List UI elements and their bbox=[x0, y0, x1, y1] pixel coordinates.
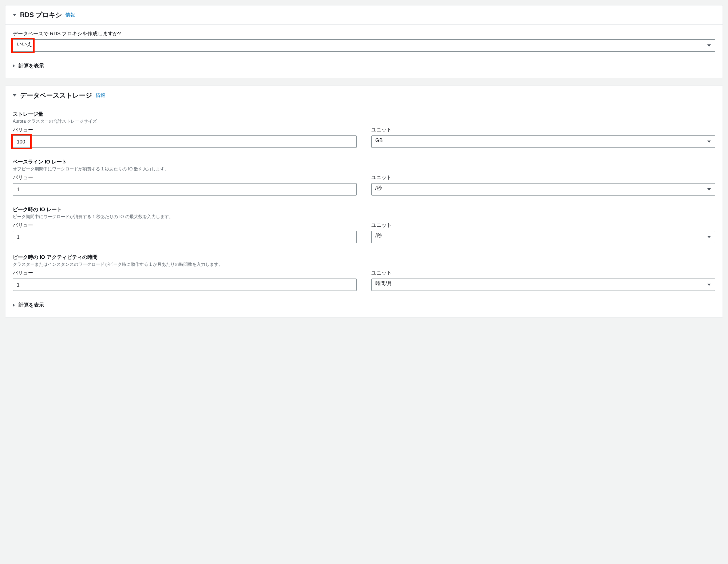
peak-io-unit-label: ユニット bbox=[371, 222, 715, 229]
baseline-io-unit-label: ユニット bbox=[371, 174, 715, 181]
rds-proxy-select[interactable]: いいえ bbox=[13, 39, 715, 52]
peak-duration-input[interactable] bbox=[13, 279, 357, 291]
storage-amount-unit-select[interactable]: GB bbox=[371, 135, 715, 148]
peak-duration-desc: クラスターまたはインスタンスのワークロードがピーク時に動作する 1 か月あたりの… bbox=[13, 261, 715, 268]
rds-proxy-panel: RDS プロキシ 情報 データベースで RDS プロキシを作成しますか? いいえ… bbox=[5, 5, 723, 78]
baseline-io-heading: ベースライン IO レート bbox=[13, 159, 67, 165]
show-calc-label: 計算を表示 bbox=[19, 302, 44, 308]
storage-amount-unit-label: ユニット bbox=[371, 127, 715, 133]
db-storage-header-toggle[interactable]: データベースストレージ 情報 bbox=[5, 86, 723, 105]
baseline-io-unit-select[interactable]: /秒 bbox=[371, 183, 715, 196]
storage-amount-input[interactable] bbox=[13, 135, 357, 148]
peak-duration-unit-label: ユニット bbox=[371, 270, 715, 276]
show-calc-label: 計算を表示 bbox=[19, 63, 44, 69]
storage-amount-section: ストレージ量 Aurora クラスターの合計ストレージサイズ バリュー ユニット… bbox=[13, 111, 715, 148]
peak-duration-value-label: バリュー bbox=[13, 270, 357, 276]
peak-duration-unit-select[interactable]: 時間/月 bbox=[371, 279, 715, 291]
chevron-right-icon bbox=[13, 303, 15, 307]
rds-proxy-question-label: データベースで RDS プロキシを作成しますか? bbox=[13, 31, 715, 37]
peak-io-desc: ピーク期間中にワークロードが消費する 1 秒あたりの IO の最大数を入力します… bbox=[13, 214, 715, 220]
baseline-io-input[interactable] bbox=[13, 183, 357, 196]
storage-amount-heading: ストレージ量 bbox=[13, 111, 43, 117]
peak-io-input[interactable] bbox=[13, 231, 357, 243]
peak-duration-heading: ピーク時の IO アクティビティの時間 bbox=[13, 254, 98, 260]
baseline-io-value-label: バリュー bbox=[13, 174, 357, 181]
baseline-io-section: ベースライン IO レート オフピーク期間中にワークロードが消費する 1 秒あた… bbox=[13, 159, 715, 196]
rds-proxy-info-link[interactable]: 情報 bbox=[66, 12, 75, 18]
chevron-down-icon bbox=[13, 94, 16, 96]
db-storage-show-calc-toggle[interactable]: 計算を表示 bbox=[13, 302, 715, 308]
peak-duration-section: ピーク時の IO アクティビティの時間 クラスターまたはインスタンスのワークロー… bbox=[13, 254, 715, 291]
rds-proxy-show-calc-toggle[interactable]: 計算を表示 bbox=[13, 63, 715, 69]
rds-proxy-title: RDS プロキシ bbox=[20, 11, 62, 19]
peak-io-heading: ピーク時の IO レート bbox=[13, 206, 62, 212]
db-storage-info-link[interactable]: 情報 bbox=[96, 92, 105, 99]
db-storage-panel: データベースストレージ 情報 ストレージ量 Aurora クラスターの合計ストレ… bbox=[5, 86, 723, 318]
storage-amount-value-label: バリュー bbox=[13, 127, 357, 133]
peak-io-value-label: バリュー bbox=[13, 222, 357, 229]
rds-proxy-header-toggle[interactable]: RDS プロキシ 情報 bbox=[5, 5, 723, 25]
db-storage-title: データベースストレージ bbox=[20, 91, 92, 100]
peak-io-section: ピーク時の IO レート ピーク期間中にワークロードが消費する 1 秒あたりの … bbox=[13, 206, 715, 243]
baseline-io-desc: オフピーク期間中にワークロードが消費する 1 秒あたりの IO 数を入力します。 bbox=[13, 166, 715, 172]
peak-io-unit-select[interactable]: /秒 bbox=[371, 231, 715, 243]
chevron-down-icon bbox=[13, 14, 16, 16]
storage-amount-desc: Aurora クラスターの合計ストレージサイズ bbox=[13, 118, 715, 125]
chevron-right-icon bbox=[13, 64, 15, 68]
